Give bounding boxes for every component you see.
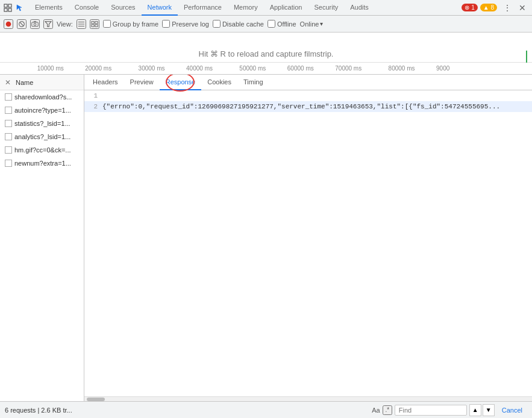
file-list-title: Name: [16, 79, 33, 86]
svg-rect-14: [92, 24, 94, 26]
ruler-mark-8: 80000 ms: [389, 65, 415, 72]
file-name: sharedownload?s...: [14, 93, 72, 101]
tab-response[interactable]: Response: [160, 75, 202, 90]
tab-sources[interactable]: Sources: [105, 0, 141, 16]
svg-line-6: [20, 22, 23, 25]
file-name: autoincre?type=1...: [14, 107, 71, 114]
font-size-label: Aa: [372, 407, 380, 414]
list-item[interactable]: autoincre?type=1...: [0, 104, 84, 117]
cancel-btn[interactable]: Cancel: [497, 405, 527, 415]
ruler-mark-4: 40000 ms: [186, 65, 213, 72]
devtools-tab-bar: Elements Console Sources Network Perform…: [0, 0, 532, 16]
filter-btn[interactable]: [43, 19, 53, 29]
regex-btn[interactable]: .*: [383, 405, 392, 415]
file-name: hm.gif?cc=0&ck=...: [14, 146, 71, 154]
tab-elements[interactable]: Elements: [29, 0, 69, 16]
find-next-btn[interactable]: ▼: [483, 404, 495, 416]
offline-label: Offline: [277, 20, 296, 28]
disable-cache-check[interactable]: Disable cache: [213, 20, 264, 28]
list-view-btn[interactable]: [77, 19, 86, 29]
tab-preview[interactable]: Preview: [124, 75, 160, 90]
svg-rect-1: [8, 4, 11, 7]
svg-rect-2: [4, 8, 7, 11]
tab-security[interactable]: Security: [308, 0, 344, 16]
file-icon: [5, 93, 12, 101]
svg-rect-7: [32, 22, 39, 27]
svg-rect-12: [92, 21, 94, 23]
inspect-element-btn[interactable]: [2, 2, 13, 13]
list-item[interactable]: statistics?_lsid=1...: [0, 117, 84, 130]
cursor-btn[interactable]: [14, 2, 25, 13]
tab-cookies[interactable]: Cookies: [201, 75, 237, 90]
list-item[interactable]: newnum?extra=1...: [0, 157, 84, 170]
file-icon: [5, 133, 12, 140]
list-item[interactable]: hm.gif?cc=0&ck=...: [0, 143, 84, 157]
svg-rect-3: [8, 8, 11, 11]
devtools-icons: [2, 2, 25, 13]
response-body: 1 2 {"errno":0,"request_id":126906982719…: [84, 90, 532, 396]
line-number: 2: [84, 101, 102, 112]
more-options-btn[interactable]: ⋮: [499, 1, 515, 15]
online-dropdown[interactable]: Online ▾: [300, 20, 324, 28]
ruler-mark-2: 20000 ms: [85, 65, 111, 72]
list-item[interactable]: analytics?_lsid=1...: [0, 130, 84, 143]
record-btn[interactable]: [4, 19, 13, 29]
find-prev-btn[interactable]: ▲: [469, 404, 481, 416]
file-icon: [5, 160, 12, 167]
tab-memory[interactable]: Memory: [228, 0, 264, 16]
ruler-mark-7: 70000 ms: [335, 65, 361, 72]
tab-headers[interactable]: Headers: [87, 75, 124, 90]
chevron-down-icon: ▾: [320, 20, 323, 27]
green-marker: [526, 51, 527, 63]
offline-check[interactable]: Offline: [268, 20, 296, 28]
group-by-frame-check[interactable]: Group by frame: [103, 20, 158, 28]
status-text: 6 requests | 2.6 KB tr...: [5, 407, 367, 414]
svg-point-8: [34, 23, 36, 25]
find-nav: ▲ ▼: [469, 404, 495, 416]
line-content: {"errno":0,"request_id":1269069827195921…: [102, 101, 532, 112]
file-icon: [5, 107, 12, 114]
horizontal-scrollbar[interactable]: [84, 396, 532, 401]
preserve-log-check[interactable]: Preserve log: [162, 20, 209, 28]
code-line-2: 2 {"errno":0,"request_id":12690698271959…: [84, 101, 532, 112]
timeline-hint: Hit ⌘ R to reload and capture filmstrip.: [199, 49, 334, 58]
svg-rect-13: [95, 21, 98, 23]
close-panel-icon[interactable]: ✕: [4, 78, 12, 87]
preserve-log-label: Preserve log: [172, 20, 209, 28]
camera-btn[interactable]: [30, 19, 40, 29]
online-label: Online: [300, 20, 319, 28]
close-devtools-btn[interactable]: ✕: [515, 1, 530, 15]
tab-audits[interactable]: Audits: [344, 0, 375, 16]
grid-view-btn[interactable]: [90, 19, 99, 29]
file-name: newnum?extra=1...: [14, 160, 71, 167]
svg-rect-15: [95, 24, 98, 26]
tab-network[interactable]: Network: [142, 0, 178, 16]
timeline-area: Hit ⌘ R to reload and capture filmstrip.…: [0, 33, 532, 75]
ruler-mark-9: 9000: [436, 65, 449, 72]
file-name: statistics?_lsid=1...: [14, 120, 70, 127]
network-toolbar: View: Group by frame Preserve log Disabl…: [0, 16, 532, 33]
clear-btn[interactable]: [17, 19, 27, 29]
find-bar: Aa .* ▲ ▼ Cancel: [372, 404, 527, 416]
svg-rect-0: [4, 4, 7, 7]
file-list-header: ✕ Name: [0, 75, 84, 90]
error-badge: ⊗ 1: [462, 4, 477, 11]
file-list-panel: ✕ Name sharedownload?s... autoincre?type…: [0, 75, 84, 401]
ruler-mark-1: 10000 ms: [37, 65, 64, 72]
tab-performance[interactable]: Performance: [178, 0, 228, 16]
response-panel: Headers Preview Response Cookies Timing …: [84, 75, 532, 401]
tab-application[interactable]: Application: [264, 0, 308, 16]
tab-timing[interactable]: Timing: [237, 75, 269, 90]
main-content: ✕ Name sharedownload?s... autoincre?type…: [0, 75, 532, 401]
scrollbar-thumb[interactable]: [87, 398, 105, 401]
tab-console[interactable]: Console: [69, 0, 105, 16]
ruler-mark-6: 60000 ms: [287, 65, 314, 72]
find-input[interactable]: [395, 405, 467, 416]
line-number: 1: [84, 90, 102, 101]
file-name: analytics?_lsid=1...: [14, 133, 70, 140]
code-line-1: 1: [84, 90, 532, 101]
group-by-frame-label: Group by frame: [113, 20, 158, 28]
file-icon: [5, 146, 12, 154]
list-item[interactable]: sharedownload?s...: [0, 90, 84, 104]
timeline-ruler: 10000 ms 20000 ms 30000 ms 40000 ms 5000…: [0, 62, 532, 74]
